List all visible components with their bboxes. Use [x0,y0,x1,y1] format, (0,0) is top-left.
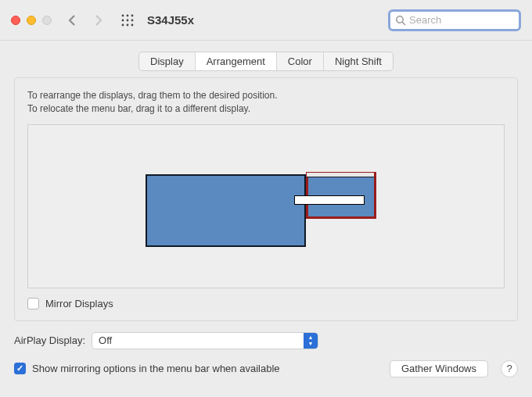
svg-point-4 [127,19,129,21]
show-mirroring-label: Show mirroring options in the menu bar w… [32,363,280,374]
svg-point-5 [131,19,134,21]
airplay-select[interactable]: Off ▲▼ [92,332,318,349]
back-button[interactable] [66,12,80,29]
tab-segmented-control: Display Arrangement Color Night Shift [138,52,394,71]
minimize-window-button[interactable] [27,16,36,25]
nav-buttons [66,12,105,29]
search-icon [395,15,406,26]
tab-color[interactable]: Color [277,52,324,70]
instructions: To rearrange the displays, drag them to … [27,89,505,116]
svg-point-3 [122,19,124,21]
gather-windows-button[interactable]: Gather Windows [390,360,488,377]
instructions-line2: To relocate the menu bar, drag it to a d… [27,102,505,116]
help-button[interactable]: ? [501,360,518,377]
gather-windows-label: Gather Windows [401,363,476,374]
help-icon: ? [506,363,512,374]
arrangement-canvas[interactable] [27,124,505,288]
close-window-button[interactable] [11,16,20,25]
body: Display Arrangement Color Night Shift To… [0,41,532,397]
airplay-label: AirPlay Display: [14,334,85,346]
airplay-value: Off [99,334,112,346]
zoom-window-button [42,16,52,25]
svg-point-0 [122,14,124,16]
tab-display[interactable]: Display [139,52,196,70]
displays-pref-window: S34J55x Search Display Arrangement Color… [0,0,532,397]
tab-arrangement[interactable]: Arrangement [196,52,277,70]
svg-point-8 [131,23,134,26]
search-placeholder: Search [409,14,441,26]
menu-bar-indicator[interactable] [307,173,374,177]
forward-button[interactable] [91,12,105,29]
chevron-up-down-icon: ▲▼ [304,333,318,349]
svg-point-6 [122,23,124,26]
mirror-row: Mirror Displays [27,298,505,309]
svg-point-2 [131,14,134,16]
tab-night-shift[interactable]: Night Shift [324,52,393,70]
window-controls [11,16,52,25]
instructions-line1: To rearrange the displays, drag them to … [27,89,505,102]
svg-point-7 [127,23,129,26]
tabs: Display Arrangement Color Night Shift [14,52,518,71]
drag-handle[interactable] [294,195,365,205]
mirror-displays-checkbox[interactable] [27,298,39,309]
search-field[interactable]: Search [388,9,521,31]
mirror-displays-label: Mirror Displays [45,298,113,309]
svg-line-10 [402,22,405,25]
arrangement-panel: To rearrange the displays, drag them to … [14,77,518,321]
svg-point-1 [127,14,129,16]
titlebar: S34J55x Search [0,0,532,41]
window-title: S34J55x [147,13,194,27]
primary-display[interactable] [146,174,306,247]
svg-point-9 [397,16,403,22]
show-all-button[interactable] [119,12,136,29]
show-mirroring-checkbox[interactable] [14,363,26,374]
bottom-row: Show mirroring options in the menu bar w… [14,360,518,377]
airplay-row: AirPlay Display: Off ▲▼ [14,332,518,349]
